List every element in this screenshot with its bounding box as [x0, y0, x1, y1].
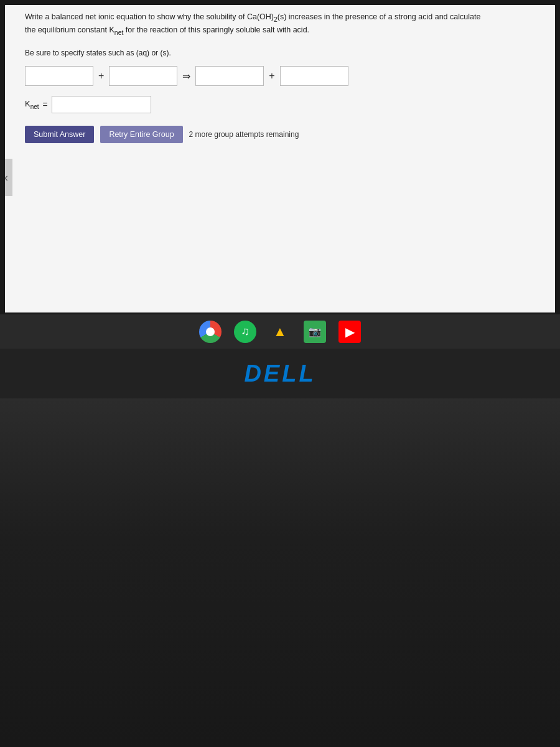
laptop-body: □ □││ ○ ☼ ◀ ▶ % 5 ^ 6 & 7 * 8	[0, 398, 560, 747]
content-area: Write a balanced net ionic equation to s…	[0, 0, 560, 355]
dell-logo: DELL	[244, 360, 315, 387]
docs-icon[interactable]: 📷	[304, 321, 326, 343]
drive-icon[interactable]: ▲	[269, 321, 291, 343]
play-icon[interactable]: ▶	[338, 321, 361, 343]
question-text: Write a balanced net ionic equation to s…	[19, 11, 541, 37]
knet-equals: =	[43, 100, 48, 110]
plus-sign-1: +	[98, 70, 104, 82]
eq-input-2[interactable]	[109, 66, 177, 86]
eq-input-4[interactable]	[280, 66, 348, 86]
retry-entire-group-button[interactable]: Retry Entire Group	[100, 126, 182, 143]
submit-answer-button[interactable]: Submit Answer	[25, 126, 94, 143]
knet-label: Knet	[25, 99, 39, 110]
screen: ‹ Write a balanced net ionic equation to…	[0, 0, 560, 355]
eq-input-3[interactable]	[195, 66, 264, 86]
button-row: Submit Answer Retry Entire Group 2 more …	[19, 126, 541, 143]
equation-row: + ⇒ +	[19, 66, 541, 86]
left-nav-arrow[interactable]: ‹	[0, 159, 12, 196]
knet-input[interactable]	[52, 96, 151, 113]
spotify-icon[interactable]: ♫	[234, 321, 256, 343]
taskbar: ♫ ▲ 📷 ▶	[0, 314, 560, 349]
knet-row: Knet =	[19, 96, 541, 113]
states-note: Be sure to specify states such as (aq) o…	[19, 49, 541, 57]
eq-input-1[interactable]	[25, 66, 93, 86]
plus-sign-2: +	[269, 70, 274, 82]
attempts-remaining-text: 2 more group attempts remaining	[189, 130, 299, 139]
dell-area: DELL	[0, 349, 560, 398]
reaction-arrow: ⇒	[182, 70, 190, 82]
chrome-icon[interactable]	[199, 321, 222, 343]
